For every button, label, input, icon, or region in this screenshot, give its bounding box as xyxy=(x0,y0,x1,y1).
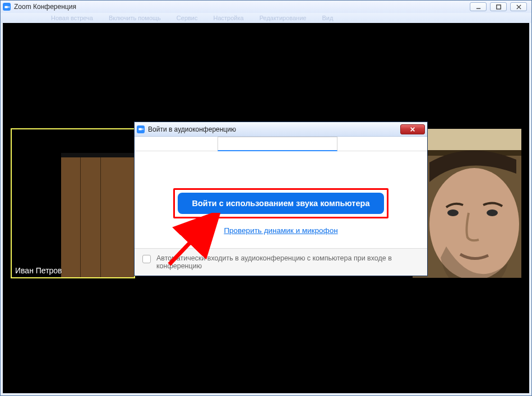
zoom-camera-icon xyxy=(3,3,11,11)
svg-point-6 xyxy=(447,209,459,216)
dialog-active-tab[interactable] xyxy=(218,137,337,151)
video-stage: Иван Петров Войт xyxy=(3,23,529,393)
audio-join-dialog: Войти в аудиоконференцию Войти с использ… xyxy=(134,122,428,276)
svg-rect-1 xyxy=(496,4,500,8)
test-speaker-mic-link[interactable]: Проверить динамик и микрофон xyxy=(146,226,416,235)
main-window: Zoom Конференция Новая встреча Включить … xyxy=(0,0,532,396)
svg-point-7 xyxy=(487,209,498,216)
zoom-camera-icon xyxy=(137,125,145,133)
participant-face-placeholder xyxy=(413,129,521,278)
window-controls xyxy=(470,2,529,11)
window-title: Zoom Конференция xyxy=(14,3,76,11)
self-video-placeholder xyxy=(61,153,135,278)
maximize-button[interactable] xyxy=(490,2,507,11)
minimize-button[interactable] xyxy=(470,2,487,11)
self-video-tile[interactable]: Иван Петров xyxy=(11,128,135,278)
menu-item[interactable]: Включить помощь xyxy=(109,15,161,21)
menu-bar: Новая встреча Включить помощь Сервис Нас… xyxy=(1,13,531,23)
menu-item[interactable]: Редактирование xyxy=(260,15,307,21)
close-button[interactable] xyxy=(510,2,527,11)
dialog-close-button[interactable] xyxy=(400,124,425,134)
dialog-title: Войти в аудиоконференцию xyxy=(148,125,236,133)
menu-item[interactable]: Сервис xyxy=(177,15,198,21)
auto-join-label: Автоматически входить в аудиоконференцию… xyxy=(156,254,419,270)
self-name-label: Иван Петров xyxy=(13,265,64,276)
menu-item[interactable]: Настройка xyxy=(214,15,244,21)
dialog-footer: Автоматически входить в аудиоконференцию… xyxy=(135,248,427,276)
menu-item[interactable]: Вид xyxy=(322,15,333,21)
dialog-tabstrip xyxy=(135,137,427,151)
dialog-titlebar[interactable]: Войти в аудиоконференцию xyxy=(135,122,427,137)
join-computer-audio-button[interactable]: Войти с использованием звука компьютера xyxy=(178,193,385,214)
window-titlebar[interactable]: Zoom Конференция xyxy=(1,1,531,13)
auto-join-checkbox[interactable] xyxy=(142,255,151,263)
dialog-body: Войти с использованием звука компьютера … xyxy=(135,151,427,248)
menu-item[interactable]: Новая встреча xyxy=(51,15,93,21)
participant-video-tile[interactable] xyxy=(413,129,521,278)
annotation-highlight: Войти с использованием звука компьютера xyxy=(173,188,389,218)
